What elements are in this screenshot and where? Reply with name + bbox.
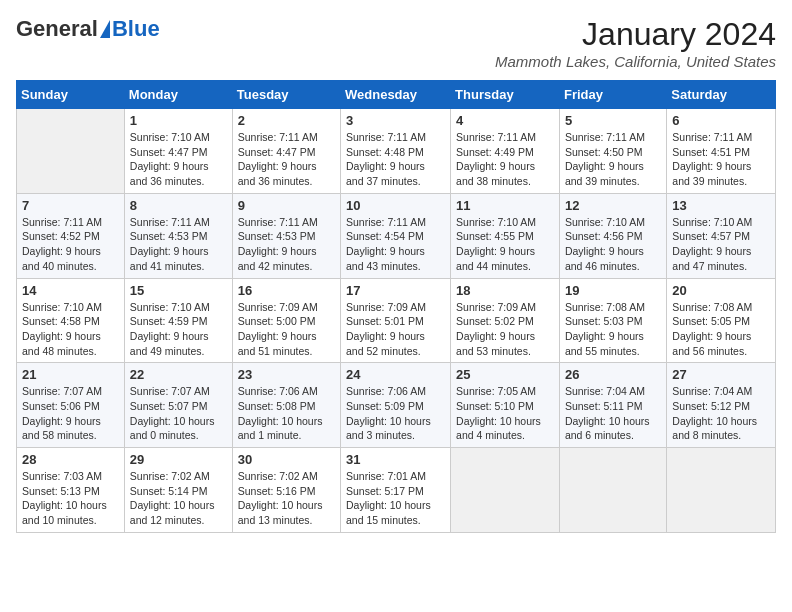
calendar-cell: 25Sunrise: 7:05 AMSunset: 5:10 PMDayligh… [451,363,560,448]
cell-info: Sunrise: 7:05 AMSunset: 5:10 PMDaylight:… [456,384,554,443]
calendar-cell: 30Sunrise: 7:02 AMSunset: 5:16 PMDayligh… [232,448,340,533]
week-row-3: 14Sunrise: 7:10 AMSunset: 4:58 PMDayligh… [17,278,776,363]
cell-info: Sunrise: 7:11 AMSunset: 4:53 PMDaylight:… [238,215,335,274]
day-number: 1 [130,113,227,128]
cell-info: Sunrise: 7:06 AMSunset: 5:09 PMDaylight:… [346,384,445,443]
day-number: 24 [346,367,445,382]
calendar-cell: 21Sunrise: 7:07 AMSunset: 5:06 PMDayligh… [17,363,125,448]
day-number: 13 [672,198,770,213]
cell-info: Sunrise: 7:10 AMSunset: 4:55 PMDaylight:… [456,215,554,274]
cell-info: Sunrise: 7:11 AMSunset: 4:49 PMDaylight:… [456,130,554,189]
cell-info: Sunrise: 7:06 AMSunset: 5:08 PMDaylight:… [238,384,335,443]
day-number: 26 [565,367,661,382]
calendar-cell: 3Sunrise: 7:11 AMSunset: 4:48 PMDaylight… [341,109,451,194]
calendar-cell: 28Sunrise: 7:03 AMSunset: 5:13 PMDayligh… [17,448,125,533]
cell-info: Sunrise: 7:02 AMSunset: 5:14 PMDaylight:… [130,469,227,528]
calendar-cell: 10Sunrise: 7:11 AMSunset: 4:54 PMDayligh… [341,193,451,278]
calendar-cell: 15Sunrise: 7:10 AMSunset: 4:59 PMDayligh… [124,278,232,363]
day-number: 28 [22,452,119,467]
logo: General Blue [16,16,160,42]
day-number: 9 [238,198,335,213]
day-number: 14 [22,283,119,298]
day-header-saturday: Saturday [667,81,776,109]
calendar-cell: 16Sunrise: 7:09 AMSunset: 5:00 PMDayligh… [232,278,340,363]
calendar-cell: 5Sunrise: 7:11 AMSunset: 4:50 PMDaylight… [559,109,666,194]
day-number: 18 [456,283,554,298]
calendar-cell: 12Sunrise: 7:10 AMSunset: 4:56 PMDayligh… [559,193,666,278]
day-number: 12 [565,198,661,213]
calendar-cell: 18Sunrise: 7:09 AMSunset: 5:02 PMDayligh… [451,278,560,363]
day-header-wednesday: Wednesday [341,81,451,109]
calendar-cell: 20Sunrise: 7:08 AMSunset: 5:05 PMDayligh… [667,278,776,363]
day-number: 20 [672,283,770,298]
cell-info: Sunrise: 7:11 AMSunset: 4:51 PMDaylight:… [672,130,770,189]
day-number: 11 [456,198,554,213]
calendar-cell: 13Sunrise: 7:10 AMSunset: 4:57 PMDayligh… [667,193,776,278]
day-number: 19 [565,283,661,298]
calendar-cell: 17Sunrise: 7:09 AMSunset: 5:01 PMDayligh… [341,278,451,363]
day-number: 4 [456,113,554,128]
cell-info: Sunrise: 7:01 AMSunset: 5:17 PMDaylight:… [346,469,445,528]
day-header-monday: Monday [124,81,232,109]
cell-info: Sunrise: 7:03 AMSunset: 5:13 PMDaylight:… [22,469,119,528]
day-number: 5 [565,113,661,128]
cell-info: Sunrise: 7:08 AMSunset: 5:05 PMDaylight:… [672,300,770,359]
calendar-cell: 7Sunrise: 7:11 AMSunset: 4:52 PMDaylight… [17,193,125,278]
day-header-thursday: Thursday [451,81,560,109]
logo-icon [100,20,110,38]
logo-general-text: General [16,16,98,42]
day-header-friday: Friday [559,81,666,109]
cell-info: Sunrise: 7:07 AMSunset: 5:07 PMDaylight:… [130,384,227,443]
cell-info: Sunrise: 7:08 AMSunset: 5:03 PMDaylight:… [565,300,661,359]
day-number: 25 [456,367,554,382]
day-header-sunday: Sunday [17,81,125,109]
month-title: January 2024 [495,16,776,53]
calendar-cell: 31Sunrise: 7:01 AMSunset: 5:17 PMDayligh… [341,448,451,533]
day-number: 10 [346,198,445,213]
cell-info: Sunrise: 7:11 AMSunset: 4:54 PMDaylight:… [346,215,445,274]
calendar-cell: 6Sunrise: 7:11 AMSunset: 4:51 PMDaylight… [667,109,776,194]
calendar-cell: 29Sunrise: 7:02 AMSunset: 5:14 PMDayligh… [124,448,232,533]
day-number: 15 [130,283,227,298]
day-number: 7 [22,198,119,213]
day-number: 27 [672,367,770,382]
cell-info: Sunrise: 7:10 AMSunset: 4:59 PMDaylight:… [130,300,227,359]
cell-info: Sunrise: 7:11 AMSunset: 4:53 PMDaylight:… [130,215,227,274]
day-number: 17 [346,283,445,298]
cell-info: Sunrise: 7:10 AMSunset: 4:58 PMDaylight:… [22,300,119,359]
cell-info: Sunrise: 7:07 AMSunset: 5:06 PMDaylight:… [22,384,119,443]
calendar-header-row: SundayMondayTuesdayWednesdayThursdayFrid… [17,81,776,109]
day-number: 2 [238,113,335,128]
calendar-cell [559,448,666,533]
cell-info: Sunrise: 7:04 AMSunset: 5:11 PMDaylight:… [565,384,661,443]
calendar-cell: 26Sunrise: 7:04 AMSunset: 5:11 PMDayligh… [559,363,666,448]
location-text: Mammoth Lakes, California, United States [495,53,776,70]
calendar-cell: 11Sunrise: 7:10 AMSunset: 4:55 PMDayligh… [451,193,560,278]
day-number: 21 [22,367,119,382]
cell-info: Sunrise: 7:09 AMSunset: 5:00 PMDaylight:… [238,300,335,359]
week-row-2: 7Sunrise: 7:11 AMSunset: 4:52 PMDaylight… [17,193,776,278]
calendar-cell: 27Sunrise: 7:04 AMSunset: 5:12 PMDayligh… [667,363,776,448]
day-number: 29 [130,452,227,467]
calendar-cell: 9Sunrise: 7:11 AMSunset: 4:53 PMDaylight… [232,193,340,278]
day-number: 16 [238,283,335,298]
cell-info: Sunrise: 7:10 AMSunset: 4:56 PMDaylight:… [565,215,661,274]
day-number: 8 [130,198,227,213]
cell-info: Sunrise: 7:10 AMSunset: 4:57 PMDaylight:… [672,215,770,274]
cell-info: Sunrise: 7:11 AMSunset: 4:48 PMDaylight:… [346,130,445,189]
calendar-cell: 4Sunrise: 7:11 AMSunset: 4:49 PMDaylight… [451,109,560,194]
calendar-cell: 22Sunrise: 7:07 AMSunset: 5:07 PMDayligh… [124,363,232,448]
week-row-5: 28Sunrise: 7:03 AMSunset: 5:13 PMDayligh… [17,448,776,533]
logo-blue-text: Blue [112,16,160,42]
cell-info: Sunrise: 7:04 AMSunset: 5:12 PMDaylight:… [672,384,770,443]
day-number: 3 [346,113,445,128]
calendar-cell: 2Sunrise: 7:11 AMSunset: 4:47 PMDaylight… [232,109,340,194]
day-number: 31 [346,452,445,467]
week-row-1: 1Sunrise: 7:10 AMSunset: 4:47 PMDaylight… [17,109,776,194]
cell-info: Sunrise: 7:09 AMSunset: 5:01 PMDaylight:… [346,300,445,359]
title-area: January 2024 Mammoth Lakes, California, … [495,16,776,70]
day-number: 30 [238,452,335,467]
calendar-cell: 24Sunrise: 7:06 AMSunset: 5:09 PMDayligh… [341,363,451,448]
day-number: 23 [238,367,335,382]
calendar-cell [451,448,560,533]
